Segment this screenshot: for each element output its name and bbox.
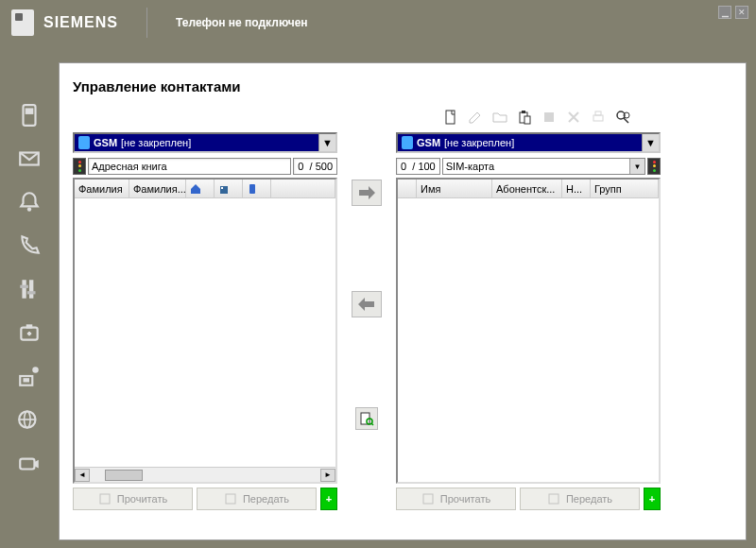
transfer-column — [341, 132, 392, 510]
nav-sync-icon[interactable] — [16, 363, 43, 389]
dropdown-arrow-icon[interactable]: ▼ — [629, 159, 644, 174]
paste-icon[interactable] — [515, 108, 534, 127]
right-read-button[interactable]: Прочитать — [396, 488, 516, 510]
svg-rect-28 — [100, 494, 110, 504]
column-spacer — [271, 180, 335, 197]
dropdown-arrow-icon[interactable]: ▼ — [318, 134, 335, 151]
svg-rect-21 — [593, 115, 603, 121]
svg-rect-9 — [26, 324, 33, 328]
edit-icon — [466, 108, 485, 127]
nav-internet-icon[interactable] — [16, 406, 43, 433]
right-source-select[interactable]: GSM [не закреплен] ▼ — [396, 132, 661, 153]
traffic-light-icon — [73, 158, 86, 175]
scroll-right-icon[interactable]: ► — [320, 469, 335, 482]
column-lastname2[interactable]: Фамилия... — [129, 180, 186, 197]
left-table-body[interactable] — [75, 198, 335, 467]
svg-rect-5 — [29, 280, 33, 299]
right-pane: GSM [не закреплен] ▼ 0 / 100 SIM-карта ▼ — [396, 132, 661, 510]
nav-ringtones-icon[interactable] — [16, 189, 43, 215]
column-icon[interactable] — [398, 180, 417, 197]
titlebar-separator — [146, 8, 147, 38]
svg-rect-33 — [549, 494, 558, 504]
svg-rect-26 — [221, 187, 223, 189]
svg-rect-4 — [22, 280, 26, 299]
left-pane: GSM [не закреплен] ▼ 0 / 500 Фамилия — [73, 132, 337, 510]
delete-icon — [564, 108, 583, 127]
svg-rect-20 — [544, 112, 554, 122]
svg-rect-22 — [595, 111, 601, 115]
column-work-icon[interactable] — [215, 180, 243, 197]
sidebar — [0, 45, 59, 548]
svg-rect-19 — [524, 116, 530, 124]
svg-rect-11 — [24, 378, 30, 382]
right-add-button[interactable]: + — [644, 488, 661, 510]
nav-call-icon[interactable] — [16, 232, 43, 259]
minimize-button[interactable]: ▁ — [718, 6, 731, 19]
svg-point-3 — [27, 207, 31, 211]
left-count-display: 0 / 500 — [293, 158, 337, 175]
search-icon[interactable] — [613, 108, 632, 127]
column-lastname[interactable]: Фамилия — [75, 180, 129, 197]
right-table-body[interactable] — [398, 198, 659, 482]
print-icon — [589, 108, 608, 127]
nav-messages-icon[interactable] — [16, 146, 43, 172]
svg-rect-32 — [423, 494, 433, 504]
scroll-thumb[interactable] — [105, 470, 143, 481]
new-icon[interactable] — [441, 108, 460, 127]
phone-icon — [78, 136, 90, 149]
titlebar: SIEMENS Телефон не подключен ▁ ✕ — [0, 0, 756, 45]
nav-backup-icon[interactable] — [16, 319, 43, 346]
preview-button[interactable] — [355, 407, 378, 430]
svg-rect-29 — [226, 494, 235, 504]
sim-select[interactable]: SIM-карта ▼ — [442, 158, 645, 175]
page-title: Управление контактами — [73, 78, 736, 94]
nav-settings-icon[interactable] — [16, 276, 43, 302]
column-subscriber[interactable]: Абонентск... — [492, 180, 562, 197]
folder-icon — [490, 108, 509, 127]
svg-rect-16 — [446, 111, 455, 124]
svg-rect-1 — [26, 108, 34, 114]
traffic-light-icon — [647, 158, 661, 175]
left-source-select[interactable]: GSM [не закреплен] ▼ — [73, 132, 337, 153]
close-button[interactable]: ✕ — [735, 6, 748, 19]
right-count-display: 0 / 100 — [396, 158, 440, 175]
transfer-left-button[interactable] — [352, 291, 382, 317]
transfer-right-button[interactable] — [352, 180, 382, 206]
connection-status: Телефон не подключен — [176, 16, 308, 29]
nav-phone-icon[interactable] — [16, 102, 43, 128]
svg-rect-18 — [522, 111, 525, 113]
column-home-icon[interactable] — [186, 180, 215, 197]
toolbar — [441, 108, 632, 127]
brand-label: SIEMENS — [43, 14, 118, 31]
left-table[interactable]: Фамилия Фамилия... ◄ ► — [73, 178, 337, 484]
svg-rect-6 — [20, 285, 28, 288]
column-name[interactable]: Имя — [417, 180, 492, 197]
left-read-button[interactable]: Прочитать — [73, 488, 193, 510]
column-mobile-icon[interactable] — [243, 180, 271, 197]
scroll-left-icon[interactable]: ◄ — [75, 469, 90, 482]
left-scrollbar[interactable]: ◄ ► — [75, 467, 335, 482]
svg-rect-0 — [24, 105, 36, 126]
dropdown-arrow-icon[interactable]: ▼ — [642, 134, 659, 151]
nav-camera-icon[interactable] — [16, 450, 43, 476]
svg-rect-7 — [27, 291, 36, 294]
right-table[interactable]: Имя Абонентск... Н... Групп — [396, 178, 661, 484]
phone-icon — [402, 136, 413, 149]
svg-point-12 — [32, 367, 39, 373]
left-transfer-button[interactable]: Передать — [197, 488, 317, 510]
column-n[interactable]: Н... — [562, 180, 591, 197]
stop-icon — [540, 108, 558, 127]
svg-rect-15 — [20, 459, 34, 470]
addressbook-filter-input[interactable] — [88, 158, 291, 175]
left-add-button[interactable]: + — [320, 488, 337, 510]
column-group[interactable]: Групп — [591, 180, 659, 197]
app-logo-icon — [11, 9, 34, 36]
svg-rect-27 — [249, 184, 255, 194]
right-transfer-button[interactable]: Передать — [520, 488, 640, 510]
